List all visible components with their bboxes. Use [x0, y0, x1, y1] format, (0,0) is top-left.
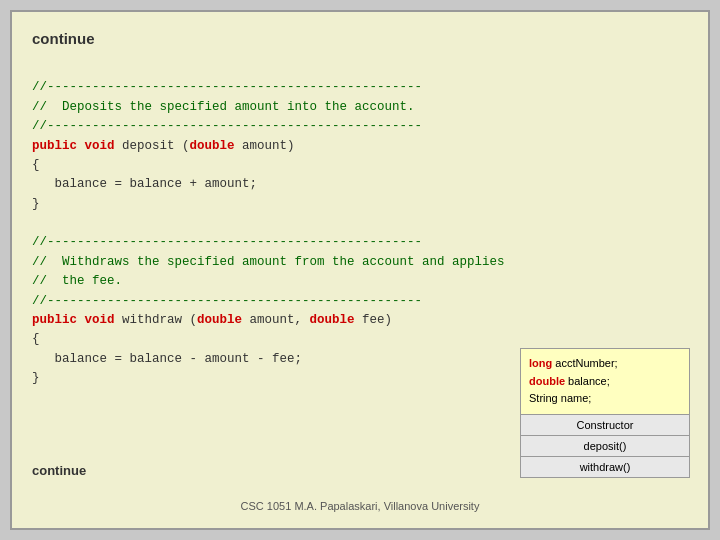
- comment2-line-1: //--------------------------------------…: [32, 235, 422, 249]
- uml-field-balance: double balance;: [529, 373, 681, 391]
- keyword-double-3: double: [310, 313, 355, 327]
- keyword-void-1: void: [85, 139, 115, 153]
- uml-method-withdraw[interactable]: withdraw(): [521, 457, 689, 477]
- comment2-line-3: // the fee.: [32, 274, 122, 288]
- keyword-double-2: double: [197, 313, 242, 327]
- main-slide: continue //-----------------------------…: [10, 10, 710, 530]
- comment-line-3: //--------------------------------------…: [32, 119, 422, 133]
- keyword-public-1: public: [32, 139, 77, 153]
- slide-title: continue: [32, 30, 688, 47]
- comment2-line-2: // Withdraws the specified amount from t…: [32, 255, 505, 269]
- keyword-public-2: public: [32, 313, 77, 327]
- keyword-void-2: void: [85, 313, 115, 327]
- uml-field-acctNumber: long acctNumber;: [529, 355, 681, 373]
- continue-label: continue: [32, 463, 86, 478]
- comment2-line-4: //--------------------------------------…: [32, 294, 422, 308]
- footer: CSC 1051 M.A. Papalaskari, Villanova Uni…: [241, 500, 480, 512]
- comment-line-2: // Deposits the specified amount into th…: [32, 100, 415, 114]
- uml-fields: long acctNumber; double balance; String …: [521, 349, 689, 415]
- uml-method-deposit[interactable]: deposit(): [521, 436, 689, 457]
- keyword-double-1: double: [190, 139, 235, 153]
- uml-method-constructor[interactable]: Constructor: [521, 415, 689, 436]
- uml-class-diagram: long acctNumber; double balance; String …: [520, 348, 690, 478]
- comment-line-1: //--------------------------------------…: [32, 80, 422, 94]
- uml-field-name: String name;: [529, 390, 681, 408]
